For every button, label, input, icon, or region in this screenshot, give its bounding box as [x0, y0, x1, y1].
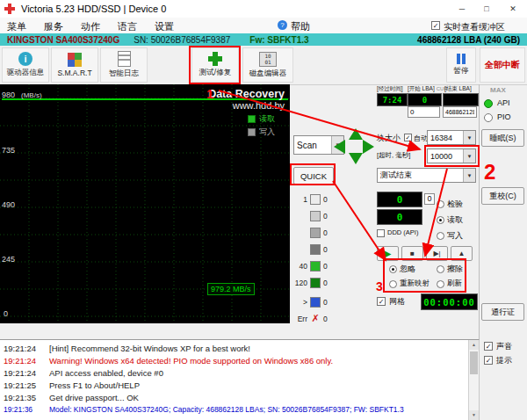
log-text: Model: KINGSTON SA400S37240G; Capacity: … — [49, 405, 404, 414]
pio-label: PIO — [497, 112, 511, 121]
seek-right-icon[interactable] — [363, 140, 374, 154]
sound-checkbox[interactable]: ✓ — [484, 342, 493, 351]
toolbar-button-smart[interactable]: S.M.A.R.T — [51, 47, 98, 83]
refresh-label: 刷新 — [447, 279, 462, 289]
api-radio[interactable] — [484, 99, 493, 108]
skip-button[interactable]: ▶| — [426, 246, 448, 261]
latency-count: 0 — [323, 298, 328, 307]
y-axis-unit-label: (MB/s) — [21, 91, 42, 99]
latency-chip — [310, 211, 321, 221]
latency-label: 40 — [293, 262, 307, 271]
toolbar-button-smart-log[interactable]: 智能日志 — [100, 47, 148, 83]
pause-icon — [457, 54, 466, 64]
remap-label: 重新映射 — [400, 279, 430, 289]
scroll-up-button[interactable]: ▲ — [469, 340, 479, 350]
passport-button[interactable]: 通行证 — [481, 303, 524, 321]
seek-up-icon[interactable] — [349, 128, 363, 140]
scroll-down-button[interactable]: ▼ — [469, 410, 479, 420]
toolbar-label-disk-editor: 磁盘编辑器 — [249, 69, 287, 79]
log-text: Get drive passport... OK — [49, 393, 139, 402]
abort-all-button[interactable]: 全部中断 — [480, 47, 525, 83]
log-line-1: 19:21:24 [Hint] Recommend 32-bit Windows… — [4, 342, 466, 354]
ddd-checkbox[interactable] — [377, 229, 385, 237]
end-action-select[interactable]: 测试结束 ▼ — [377, 168, 476, 183]
menu-item-help[interactable]: 帮助 — [291, 20, 310, 33]
timeout-dropdown-icon: ▼ — [463, 149, 475, 163]
remap-radio[interactable] — [389, 280, 397, 288]
hints-checkbox[interactable]: ✓ — [484, 356, 493, 365]
menu-item-settings[interactable]: 设置 — [155, 20, 174, 33]
latency-count: 0 — [323, 279, 328, 287]
menu-item-service[interactable]: 服务 — [44, 20, 63, 33]
menu-item-actions[interactable]: 动作 — [81, 20, 100, 33]
write-radio[interactable] — [437, 232, 444, 240]
maximize-button[interactable]: □ — [474, 0, 499, 18]
read-radio[interactable] — [437, 216, 444, 224]
eject-button[interactable]: ▲ — [451, 246, 473, 261]
toolbar-label-drive-info: 驱动器信息 — [7, 68, 45, 78]
scan-button-label: Scan — [297, 141, 317, 150]
legend-read-label: 读取 — [259, 113, 275, 125]
y-axis-max-label: 980 — [2, 91, 15, 99]
start-test-button[interactable]: ▶ — [377, 246, 399, 261]
pause-label: 暂停 — [454, 66, 469, 76]
start-lba-cur-display: 0 — [408, 93, 442, 106]
auto-block-checkbox[interactable]: ✓ — [404, 134, 412, 141]
menu-item-language[interactable]: 语言 — [118, 20, 137, 33]
quick-button[interactable]: QUICK — [293, 167, 334, 185]
grid-checkbox[interactable]: ✓ — [377, 297, 386, 306]
latency-label: 120 — [293, 279, 307, 287]
seek-down-icon[interactable] — [349, 153, 363, 164]
sleep-button[interactable]: 睡眠(S) — [481, 129, 524, 147]
speed-graph: 980 (MB/s) 735 490 245 0 Data Recovery w… — [0, 84, 290, 323]
start-lba-input[interactable] — [408, 106, 440, 118]
toolbar-button-disk-editor[interactable]: 1001 磁盘编辑器 — [242, 47, 293, 83]
toolbar-button-test-repair[interactable]: 测试/修复 — [191, 47, 239, 83]
live-buffer-checkbox[interactable]: ✓ — [431, 21, 440, 30]
log-scrollbar[interactable]: ▲ ▼ — [468, 340, 479, 420]
abort-all-label: 全部中断 — [485, 59, 520, 71]
latency-row-error: Err ✗ 0 — [293, 313, 328, 324]
verify-radio[interactable] — [437, 200, 444, 208]
recalibrate-button[interactable]: 重校(C) — [481, 187, 524, 205]
end-lba-input[interactable] — [443, 106, 477, 118]
live-buffer-label: 实时查看缓冲区 — [444, 21, 505, 33]
watermark: Data Recovery www.hdd.by — [208, 88, 285, 111]
read-label: 读取 — [447, 214, 463, 226]
erase-radio[interactable] — [437, 265, 444, 273]
latency-row-4: 0 — [293, 244, 328, 255]
seek-left-icon[interactable] — [334, 140, 345, 154]
menu-item-menu[interactable]: 菜单 — [7, 20, 26, 33]
block-size-select[interactable]: 16384 ▼ — [427, 130, 476, 145]
minimize-button[interactable]: ─ — [450, 0, 474, 18]
latency-chip — [310, 244, 321, 255]
device-model: KINGSTON SA400S37240G — [7, 35, 119, 45]
latency-chip — [310, 278, 321, 288]
verify-label: 检验 — [447, 199, 463, 210]
hints-label: 提示 — [496, 355, 512, 366]
log-area: 19:21:24 [Hint] Recommend 32-bit Windows… — [0, 339, 480, 420]
close-button[interactable]: ✕ — [499, 0, 527, 18]
legend-write: 写入 — [248, 127, 275, 138]
ignore-radio[interactable] — [389, 265, 397, 273]
y-axis-tick-735: 735 — [2, 146, 15, 155]
victoria-window: { "window": { "title": "Victoria 5.23 HD… — [0, 0, 527, 420]
scroll-thumb[interactable] — [470, 351, 478, 374]
timeout-value: 10000 — [430, 152, 452, 161]
legend-write-swatch — [248, 128, 256, 136]
refresh-radio[interactable] — [437, 280, 444, 288]
block-size-dropdown-icon: ▼ — [463, 131, 475, 144]
latency-chip — [310, 261, 321, 272]
window-title: Victoria 5.23 HDD/SSD | Device 0 — [21, 4, 166, 14]
pio-radio[interactable] — [484, 113, 493, 122]
annotation-step3-label: 3 — [376, 279, 383, 293]
pause-button[interactable]: 暂停 — [446, 47, 476, 83]
app-icon — [4, 4, 15, 14]
stop-button[interactable]: ■ — [401, 246, 423, 261]
log-time: 19:21:24 — [4, 344, 49, 353]
speed-display: 0 — [377, 209, 422, 225]
toolbar-button-drive-info[interactable]: i 驱动器信息 — [2, 47, 49, 83]
timeout-select[interactable]: 10000 ▼ — [427, 148, 476, 163]
toolbar-label-smart-log: 智能日志 — [109, 69, 139, 79]
timer-display: 00:00:00 — [421, 293, 478, 310]
